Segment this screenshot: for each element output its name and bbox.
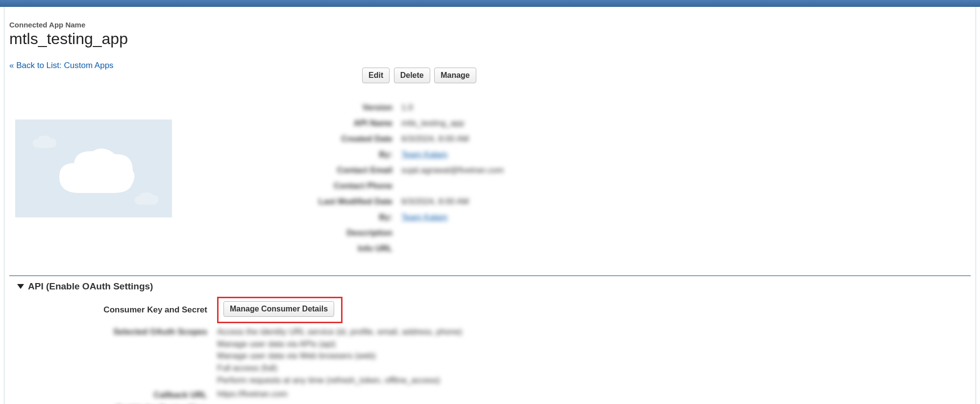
manage-button[interactable]: Manage	[434, 68, 476, 83]
delete-button[interactable]: Delete	[394, 68, 430, 83]
callback-url-label: Callback URL	[9, 389, 217, 400]
oauth-scopes-row: Selected OAuth Scopes Access the identit…	[9, 326, 971, 386]
scope-item: Manage user data via Web browsers (web)	[217, 350, 462, 362]
label-lastmodby: By:	[205, 213, 401, 222]
callback-url-row: Callback URL https://fivetran.com	[9, 389, 971, 400]
top-bar	[0, 0, 980, 7]
value-created: 6/3/2024, 8:00 AM	[401, 134, 469, 144]
manage-consumer-details-button[interactable]: Manage Consumer Details	[223, 301, 334, 317]
label-apiname: API Name	[205, 119, 401, 128]
logo-column	[9, 100, 205, 257]
edit-button[interactable]: Edit	[362, 68, 390, 83]
consumer-key-row: Consumer Key and Secret Manage Consumer …	[9, 297, 971, 323]
label-version: Version	[205, 103, 401, 113]
value-lastmodby: Team Kalam	[401, 213, 447, 222]
cloud-main-icon	[54, 146, 138, 200]
info-row-infourl: Info URL	[205, 241, 971, 257]
info-row-createdby: By: Team Kalam	[205, 147, 971, 163]
info-row-apiname: API Name mtls_testing_app	[205, 116, 971, 131]
info-row-version: Version 1.0	[205, 100, 971, 116]
value-contactemail: sujal.agrawal@fivetran.com	[401, 166, 504, 175]
oauth-scopes-value: Access the identity URL service (id, pro…	[217, 326, 462, 386]
info-row-lastmod: Last Modified Date 6/3/2024, 8:00 AM	[205, 194, 971, 210]
label-createdby: By:	[205, 150, 401, 160]
back-to-list-link[interactable]: « Back to List: Custom Apps	[9, 61, 114, 71]
cloud-br-icon	[132, 191, 161, 209]
label-contactemail: Contact Email	[205, 166, 401, 175]
label-infourl: Info URL	[205, 244, 401, 254]
label-description: Description	[205, 228, 401, 238]
connected-app-label: Connected App Name	[9, 21, 971, 29]
page-container: Connected App Name mtls_testing_app « Ba…	[4, 7, 976, 404]
label-created: Created Date	[205, 134, 401, 144]
info-row-description: Description	[205, 225, 971, 241]
scope-item: Perform requests at any time (refresh_to…	[217, 375, 462, 387]
info-row-created: Created Date 6/3/2024, 8:00 AM	[205, 131, 971, 147]
api-section-title: API (Enable OAuth Settings)	[28, 281, 153, 292]
label-contactphone: Contact Phone	[205, 181, 401, 191]
callback-url-value: https://fivetran.com	[217, 389, 288, 400]
scope-item: Manage user data via APIs (api)	[217, 338, 462, 351]
info-row-lastmodby: By: Team Kalam	[205, 210, 971, 225]
label-lastmod: Last Modified Date	[205, 197, 401, 207]
highlight-annotation: Manage Consumer Details	[217, 297, 343, 323]
oauth-scopes-label: Selected OAuth Scopes	[9, 326, 217, 386]
app-logo-placeholder	[15, 119, 172, 217]
details-grid: Version 1.0 API Name mtls_testing_app Cr…	[9, 100, 971, 257]
value-apiname: mtls_testing_app	[401, 119, 465, 128]
scope-item: Access the identity URL service (id, pro…	[217, 326, 462, 338]
api-section-header[interactable]: API (Enable OAuth Settings)	[9, 276, 971, 294]
info-row-contactphone: Contact Phone	[205, 178, 971, 194]
scope-item: Full access (full)	[217, 362, 462, 375]
value-createdby: Team Kalam	[401, 150, 447, 160]
app-name-heading: mtls_testing_app	[9, 30, 971, 48]
info-row-contactemail: Contact Email sujal.agrawal@fivetran.com	[205, 163, 971, 178]
value-lastmod: 6/3/2024, 8:00 AM	[401, 197, 469, 207]
collapse-triangle-icon	[17, 284, 24, 289]
consumer-key-label: Consumer Key and Secret	[9, 305, 217, 315]
info-column: Version 1.0 API Name mtls_testing_app Cr…	[205, 100, 971, 257]
action-buttons-row: Edit Delete Manage	[9, 68, 971, 83]
value-version: 1.0	[401, 103, 413, 113]
